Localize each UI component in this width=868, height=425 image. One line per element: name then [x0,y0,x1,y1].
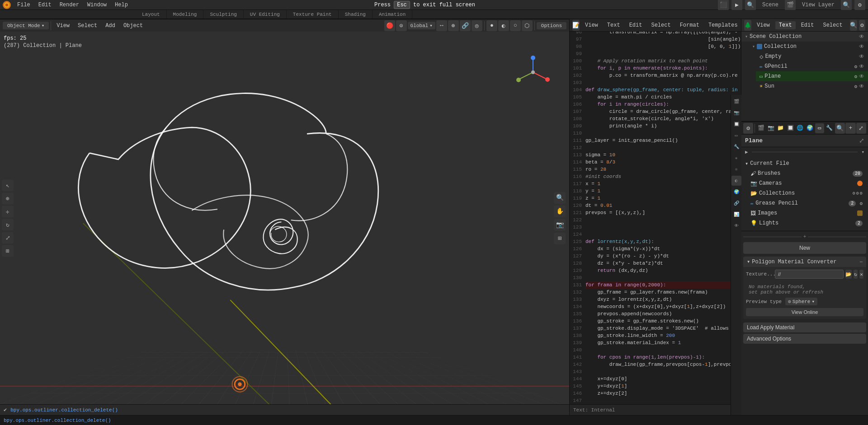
view-icon-btn[interactable]: 🔍 [745,0,756,10]
shading-material-icon[interactable]: ◐ [498,20,509,31]
plane-close-icon[interactable]: ⤢ [859,137,864,145]
menu-window[interactable]: Window [84,1,110,9]
outliner-item-plane[interactable]: ▭ Plane ⚙ 👁 [756,71,868,81]
outliner-item-collection[interactable]: ▾ Collection 👁 [749,42,868,51]
tab-layout[interactable]: Layout [136,10,167,19]
outliner-select-menu[interactable]: Select [819,21,846,29]
move-tool-btn[interactable]: ✛ [2,205,14,217]
viewport-select-menu[interactable]: Select [74,22,101,30]
grid-tool[interactable]: ⊞ [554,233,566,244]
outliner-view-menu[interactable]: View [753,21,774,29]
current-file-gpencil[interactable]: ✏ Grease Pencil 2 ⚙ [747,198,866,208]
outliner-filter-menu[interactable]: Edit [797,21,818,29]
props-expand-section[interactable]: ▶ ▾ [741,147,868,157]
viewport-add-menu[interactable]: Add [102,22,119,30]
plane-visibility-icon[interactable]: 👁 [859,73,864,80]
ce-text-menu[interactable]: Text [604,21,624,29]
ce-edit-menu[interactable]: Edit [626,21,646,29]
filter-icon[interactable]: ⚙ [854,0,865,10]
zoom-in-tool[interactable]: 🔍 [554,192,566,204]
collection-visibility-icon[interactable]: 👁 [859,43,864,50]
viewport-canvas[interactable]: fps: 25 (287) Collection | Plane ↖ ⊕ ✛ ↻… [0,32,569,404]
sun-data-icon[interactable]: ⚙ [854,84,857,89]
render-icon-btn[interactable]: ⬛ [718,0,729,10]
tab-sculpting[interactable]: Sculpting [203,10,243,19]
current-file-header[interactable]: ▾ Current File [743,159,866,168]
object-props-icon[interactable]: ▭ [815,123,825,133]
new-button[interactable]: New [743,242,866,254]
preview-type-dropdown[interactable]: ⊙ Sphere ▾ [785,298,817,305]
options-button[interactable]: Options [537,22,566,29]
current-file-collections[interactable]: 📂 Collections ⚙ ⚙ ⚙ [747,188,866,198]
camera-tool[interactable]: 📷 [554,219,566,231]
ce-select-menu[interactable]: Select [647,21,674,29]
menu-edit[interactable]: Edit [35,1,55,9]
gpencil-mode-icon[interactable]: ⚙ [854,64,857,70]
side-visibility-icon[interactable]: 👁 [731,221,741,231]
side-object-icon[interactable]: ▭ [731,131,741,140]
side-particles-icon[interactable]: ✳ [731,153,741,163]
scene-collection-header[interactable]: ▾ Scene Collection 👁 [741,32,868,42]
shading-wireframe-icon[interactable]: ⬡ [522,20,533,31]
outliner-item-gpencil[interactable]: ✏ GPencil ⚙ 👁 [756,61,868,71]
outliner-item-empty[interactable]: ◇ Empty 👁 [756,51,868,61]
converter-settings-icon[interactable]: ⋯ [859,259,863,265]
outliner-sort-menu[interactable]: Text [775,21,796,29]
shading-rendered-icon[interactable]: ○ [510,20,521,31]
advanced-options-button[interactable]: Advanced Options [743,334,866,344]
editor-type-icon[interactable]: 📝 [572,20,580,31]
scene-collection-visibility-icon[interactable]: 👁 [859,33,864,40]
snap-icon[interactable]: 🔗 [460,20,471,31]
ce-view-menu[interactable]: View [581,21,602,29]
menu-help[interactable]: Help [111,1,132,9]
transform-tool-btn[interactable]: ⊞ [2,245,14,257]
side-world-icon[interactable]: 🌍 [731,187,741,197]
side-view-icon[interactable]: 🔲 [731,119,741,129]
scene-props-icon[interactable]: 🎬 [756,123,766,133]
texture-input[interactable] [775,270,844,279]
load-apply-button[interactable]: Load Apply Material [743,322,866,332]
menu-render[interactable]: Render [56,1,83,9]
cursor-tool-btn[interactable]: ⊕ [2,192,14,204]
blender-logo[interactable] [3,1,11,9]
empty-visibility-icon[interactable]: 👁 [859,53,864,60]
plane-data-icon[interactable]: ⚙ [854,74,857,79]
render-anim-icon-btn[interactable]: ▶ [731,0,742,10]
viewport-gizmo[interactable] [515,54,551,90]
side-data-icon[interactable]: 📊 [731,210,741,220]
tab-modeling[interactable]: Modeling [167,10,204,19]
tab-animation[interactable]: Animation [373,10,412,19]
output-props-icon[interactable]: 📁 [776,123,785,133]
render-props-icon[interactable]: 📷 [766,123,776,133]
viewport-view-menu[interactable]: View [53,22,73,30]
side-material-icon[interactable]: ◐ [731,176,741,186]
converter-header[interactable]: ▾ Poligon Material Converter ⋯ [743,257,866,267]
outliner-search-icon[interactable]: 🔍 [850,20,857,31]
menu-file[interactable]: File [14,1,34,9]
code-content[interactable]: 94 # default on z95 else:96 transform_ma… [570,32,741,404]
viewport-overlay-icon[interactable]: ⊙ [396,20,407,31]
tab-texture-paint[interactable]: Texture Paint [287,10,339,19]
side-modifier-icon[interactable]: 🔧 [731,142,741,152]
scale-tool-btn[interactable]: ⤢ [2,232,14,243]
proportional-edit-icon[interactable]: ◎ [472,20,482,31]
texture-folder-icon[interactable]: 📂 [845,270,852,279]
props-add-icon[interactable]: + [845,123,855,134]
pivot-icon[interactable]: ⊕ [448,20,459,31]
ce-templates-menu[interactable]: Templates [705,21,741,29]
tab-uv-editing[interactable]: UV Editing [244,10,287,19]
props-type-icon[interactable]: ⚙ [743,123,753,134]
view-layer-props-icon[interactable]: 🔲 [786,123,795,133]
global-dropdown[interactable]: Global ▾ [408,22,435,29]
search-icon[interactable]: 🔍 [841,0,852,10]
shading-solid-icon[interactable]: ● [486,20,497,31]
outliner-item-sun[interactable]: ☀ Sun ⚙ 👁 [756,81,868,91]
gpencil-visibility-icon[interactable]: 👁 [859,63,864,70]
ce-format-menu[interactable]: Format [676,21,703,29]
object-mode-dropdown[interactable]: Object Mode ▾ [3,22,49,29]
outliner-type-icon[interactable]: 🌲 [744,20,751,31]
hand-tool[interactable]: ✋ [554,205,566,217]
transform-icon[interactable]: ↔ [436,20,447,31]
side-physics-icon[interactable]: ⚛ [731,164,741,174]
side-scene-icon[interactable]: 🎬 [731,97,741,107]
